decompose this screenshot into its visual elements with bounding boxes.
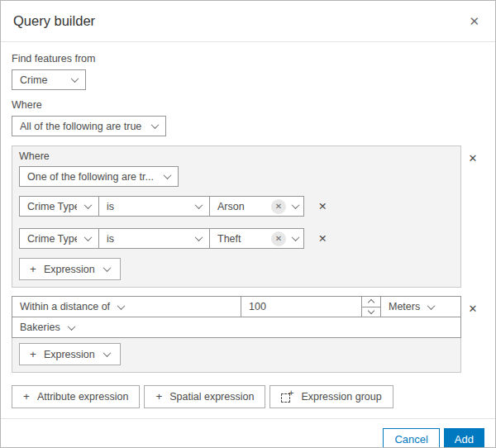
remove-condition-icon[interactable]: ✕ [313,229,331,248]
unit-select-value: Meters [389,301,420,312]
cancel-button[interactable]: Cancel [383,428,439,448]
chevron-down-icon [103,349,111,357]
group1-combine-select-value: One of the following are tr... [27,171,156,183]
distance-stepper [361,297,380,317]
operator-select[interactable]: is [98,228,210,249]
operator-select-value: is [107,201,188,212]
add-spatial-expression-button[interactable]: + Spatial expression [144,385,265,408]
chevron-down-icon [151,121,160,129]
clear-value-icon[interactable]: ✕ [271,199,286,214]
value-select[interactable]: Arson ✕ [209,196,304,217]
spatial-expression-label: Spatial expression [169,391,254,403]
expression-group-label: Expression group [301,391,381,403]
group1-where-label: Where [19,150,454,163]
chevron-down-icon [103,264,111,272]
chevron-down-icon [84,201,93,209]
value-select-value: Arson [217,201,268,212]
chevron-down-icon [67,322,75,331]
dialog-footer: Cancel Add [1,418,495,448]
add-expression-group-button[interactable]: + Expression group [269,385,393,408]
plus-icon: + [23,391,30,403]
attribute-expression-label: Attribute expression [37,391,128,403]
plus-icon: + [30,264,36,275]
expression-group-2: Within a distance of 100 Meters [12,296,484,373]
field-select-value: Crime Type [27,233,77,245]
add-expression-button[interactable]: + Expression [19,258,121,280]
add-button[interactable]: Add [444,428,484,448]
chevron-down-icon [117,302,126,310]
distance-value: 100 [241,301,361,312]
plus-icon: + [30,349,36,360]
expression-group-icon: + [281,391,293,403]
add-expression-actions: + Attribute expression + Spatial express… [12,385,484,408]
stepper-down-icon[interactable] [362,307,380,317]
combine-select[interactable]: All of the following are true [12,116,166,136]
group2-footer-strip: + Expression [12,338,460,372]
chevron-down-icon [292,201,300,209]
add-attribute-expression-button[interactable]: + Attribute expression [12,385,140,408]
combine-select-value: All of the following are true [20,121,144,132]
chevron-down-icon [84,233,93,241]
condition-row: Crime Type is Theft ✕ ✕ [19,228,454,249]
close-icon[interactable]: ✕ [465,12,483,31]
spatial-condition-row: Within a distance of 100 Meters [12,296,461,317]
add-expression-label: Expression [44,264,95,275]
dialog-body: Find features from Crime Where All of th… [1,42,495,408]
value-select[interactable]: Theft ✕ [209,228,304,249]
field-select[interactable]: Crime Type [19,228,99,249]
add-expression-label: Expression [44,349,95,360]
field-select[interactable]: Crime Type [19,196,99,217]
where-label: Where [12,99,484,112]
plus-icon: + [155,391,162,403]
chevron-down-icon [195,201,203,209]
expression-group-2-box: Within a distance of 100 Meters [12,296,461,373]
group1-combine-select[interactable]: One of the following are tr... [19,166,179,187]
spatial-operator-select[interactable]: Within a distance of [12,296,241,317]
expression-group-1: Where One of the following are tr... Cri… [12,145,484,288]
remove-group-icon[interactable]: ✕ [461,298,484,319]
field-select-value: Crime Type [27,201,77,212]
remove-group-icon[interactable]: ✕ [461,147,484,169]
chevron-down-icon [195,233,203,241]
find-features-label: Find features from [12,53,484,65]
operator-select-value: is [107,233,188,245]
target-layer-row: Bakeries [12,317,461,338]
stepper-up-icon[interactable] [362,297,380,307]
spatial-operator-value: Within a distance of [20,301,110,312]
chevron-down-icon [71,74,79,83]
layer-select-value: Crime [20,74,64,86]
distance-input[interactable]: 100 [241,296,381,317]
value-select-value: Theft [217,233,268,245]
remove-condition-icon[interactable]: ✕ [313,197,331,216]
operator-select[interactable]: is [98,196,210,217]
clear-value-icon[interactable]: ✕ [271,231,286,246]
expression-group-1-box: Where One of the following are tr... Cri… [12,145,461,288]
chevron-down-icon [427,302,436,310]
dialog-header: Query builder ✕ [1,1,495,42]
unit-select[interactable]: Meters [380,296,461,317]
condition-row: Crime Type is Arson ✕ ✕ [19,196,454,217]
add-expression-button[interactable]: + Expression [19,343,121,365]
layer-select[interactable]: Crime [12,69,86,90]
query-builder-dialog: Query builder ✕ Find features from Crime… [0,0,496,448]
dialog-title: Query builder [13,13,95,29]
chevron-down-icon [292,233,300,241]
target-layer-select[interactable]: Bakeries [12,317,461,338]
target-layer-value: Bakeries [20,322,60,333]
chevron-down-icon [164,171,172,179]
